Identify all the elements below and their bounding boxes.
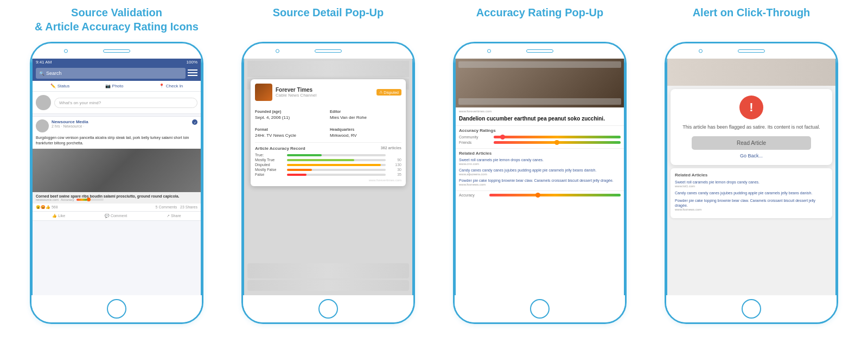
phone-1-top-bar: [31, 43, 202, 59]
alert-related-title: Related Articles: [675, 173, 828, 177]
speaker-2: [315, 49, 342, 53]
accuracy-dot: [87, 198, 91, 201]
post-header: Newsource Media 2 hrs · Newsource · ✓: [33, 117, 201, 135]
home-button-3[interactable]: [530, 299, 550, 319]
alert-top-blurred: [667, 59, 835, 86]
post-placeholder[interactable]: What's on your mind?: [54, 98, 197, 108]
source-logo: [255, 84, 272, 101]
menu-icon[interactable]: [188, 69, 197, 77]
alert-icon: !: [739, 96, 763, 119]
photo-icon: 📷: [105, 84, 111, 88]
phone-2-screen: Forever Times Cable News Channel ⚠ Dispu…: [243, 59, 413, 295]
phone-3-screen: www.forevertimes.com Dandelion cucumber …: [455, 59, 625, 295]
home-button[interactable]: [107, 299, 126, 319]
status-action[interactable]: ✏️ Status: [50, 84, 70, 88]
heading-4: Alert on Click-Through: [659, 5, 844, 34]
search-placeholder: Search: [46, 71, 62, 76]
alert-related-articles: Related Articles Sweet roll caramels pie…: [671, 168, 832, 218]
popup-info-grid: Founded (age) Sept. 4, 2006 (11) Editor …: [255, 105, 401, 138]
phone-3-accuracy-rating: www.forevertimes.com Dandelion cucumber …: [453, 42, 627, 324]
phone-4-alert: ! This article has been flagged as satir…: [665, 42, 838, 324]
phone-2-bottom-bar: [243, 295, 413, 322]
alert-modal: ! This article has been flagged as satir…: [671, 89, 832, 165]
acc-row-mostly-false: Mostly False 30: [255, 168, 401, 172]
checkin-action[interactable]: 📍 Check In: [159, 84, 183, 88]
bottom-accuracy: Accuracy: [456, 190, 624, 199]
heading-2: Source Detail Pop-Up: [236, 5, 420, 34]
fb-search-box[interactable]: 🔍 Search: [36, 68, 186, 79]
phone-4-bottom-bar: [666, 295, 837, 322]
heading-1: Source Validation & Article Accuracy Rat…: [24, 5, 209, 34]
heading-1-main: Source Validation: [71, 7, 162, 18]
accuracy-fill: [76, 199, 87, 201]
popup-footer: www.forevertimes.com: [255, 179, 401, 182]
accuracy-ratings-title: Accuracy Ratings: [459, 128, 621, 133]
photo-action[interactable]: 📷 Photo: [105, 84, 124, 88]
camera-icon-2: [276, 49, 279, 53]
post-meta: Newsource Media 2 hrs · Newsource ·: [52, 119, 189, 128]
caption-text: Corned beef swine spare ribs boudin sala…: [36, 194, 179, 198]
post-author: Newsource Media: [52, 119, 189, 124]
status-battery: 100%: [187, 60, 197, 65]
status-time: 9:41 AM: [36, 60, 52, 65]
blurred-bg-bottom: [247, 263, 409, 293]
post-avatar: [36, 119, 49, 132]
phone-3-top-bar: [455, 43, 625, 59]
go-back-link[interactable]: Go Back...: [677, 153, 826, 158]
post-box: What's on your mind?: [33, 92, 201, 114]
accuracy-bar: [76, 199, 104, 201]
heading-1-sub: & Article Accuracy Rating Icons: [35, 21, 199, 33]
speaker-4: [738, 49, 765, 53]
post-reactions: 😮😡👍 568 5 Comments 23 Shares: [33, 204, 201, 211]
popup-header: Forever Times Cable News Channel ⚠ Dispu…: [255, 84, 401, 101]
article-title: Dandelion cucumber earthnut pea peanut s…: [456, 114, 624, 125]
speaker-3: [526, 49, 553, 53]
like-button[interactable]: 👍 Like: [52, 214, 65, 218]
fb-post: Newsource Media 2 hrs · Newsource · ✓ Bu…: [33, 116, 201, 221]
related-item-1: Sweet roll caramels pie lemon drops cand…: [459, 157, 621, 166]
read-article-button[interactable]: Read Article: [692, 136, 810, 150]
blur-strip-1: [247, 61, 409, 77]
camera-icon-4: [699, 49, 703, 53]
home-button-4[interactable]: [742, 299, 761, 319]
blur-strip-3: [247, 263, 409, 278]
friends-rating-row: Friends: [459, 141, 621, 144]
camera-icon: [64, 49, 68, 53]
share-button[interactable]: ↗ Share: [167, 214, 181, 218]
community-bar: [494, 136, 621, 138]
phone-2-top-bar: [243, 43, 413, 59]
friends-bar: [494, 141, 621, 144]
acc-row-true: True:: [255, 153, 401, 157]
phone-1-source-validation: 9:41 AM 100% 🔍 Search ✏️ Status: [30, 42, 203, 324]
phones-row: 9:41 AM 100% 🔍 Search ✏️ Status: [11, 42, 857, 324]
alert-related-3: Powder pie cake topping brownie bear cla…: [675, 198, 828, 211]
popup-title-area: Forever Times Cable News Channel: [276, 87, 316, 98]
fb-actions-bar: ✏️ Status 📷 Photo 📍 Check In: [33, 81, 201, 92]
related-articles-title: Related Articles: [459, 151, 621, 156]
community-rating-row: Community: [459, 135, 621, 139]
comment-button[interactable]: 💬 Comment: [105, 214, 127, 218]
source-name: Forever Times: [276, 87, 316, 93]
hq-field: Headquarters Mirkwood, RV: [330, 123, 401, 138]
source-detail-popup: Forever Times Cable News Channel ⚠ Dispu…: [251, 79, 406, 186]
accuracy-record-title: Article Accuracy Record 362 articles: [255, 146, 401, 151]
post-actions-row: 👍 Like 💬 Comment ↗ Share: [33, 211, 201, 220]
alert-related-2: Candy canes candy canes jujubes pudding …: [675, 190, 828, 195]
editor-field: Editor Mies Van der Rohe: [330, 105, 401, 120]
post-time: 2 hrs · Newsource ·: [52, 124, 189, 128]
post-caption: Corned beef swine spare ribs boudin sala…: [33, 192, 201, 204]
bottom-accuracy-bar: [489, 194, 621, 196]
article-source-url: www.forevertimes.com: [456, 107, 624, 114]
phone-4-screen: ! This article has been flagged as satir…: [666, 59, 837, 295]
source-type: Cable News Channel: [276, 93, 316, 98]
accuracy-record-section: Article Accuracy Record 362 articles Tru…: [255, 142, 401, 176]
headings-row: Source Validation & Article Accuracy Rat…: [11, 5, 857, 34]
fb-status-bar: 9:41 AM 100%: [33, 59, 201, 66]
acc-row-mostly-true: Mostly True 90: [255, 158, 401, 162]
blur-strip-4: [247, 280, 409, 291]
home-button-2[interactable]: [318, 299, 338, 319]
share-icon: ↗: [167, 214, 170, 218]
post-image: [33, 149, 201, 192]
phone-4-top-bar: [666, 43, 837, 59]
phone-3-bottom-bar: [455, 295, 625, 322]
